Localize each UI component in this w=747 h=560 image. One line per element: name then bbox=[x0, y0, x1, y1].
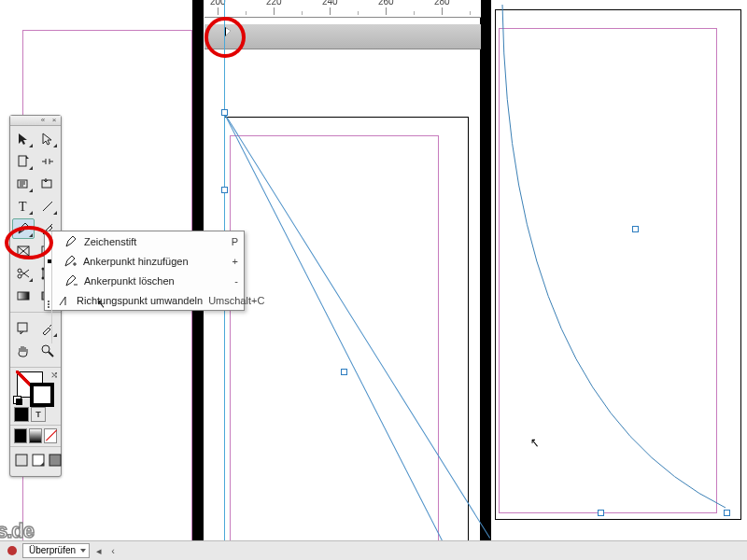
flyout-label: Ankerpunkt hinzufügen bbox=[83, 256, 227, 267]
anchor-point[interactable] bbox=[221, 187, 228, 193]
flyout-shortcut: - bbox=[234, 275, 238, 287]
svg-point-5 bbox=[20, 231, 21, 232]
apply-color-button[interactable] bbox=[14, 428, 27, 443]
gradient-swatch-tool[interactable] bbox=[12, 286, 35, 306]
apply-none-button[interactable] bbox=[44, 428, 57, 443]
horizontal-ruler[interactable]: 200 220 240 260 280 bbox=[204, 0, 481, 18]
flyout-tearoff-handle[interactable] bbox=[45, 231, 52, 343]
content-placer-tool[interactable] bbox=[36, 174, 59, 194]
svg-rect-22 bbox=[16, 455, 27, 466]
ruler-tick-label: 280 bbox=[434, 0, 450, 7]
selection-tool[interactable] bbox=[12, 129, 35, 149]
svg-point-25 bbox=[7, 546, 17, 555]
panel-collapse-button[interactable]: « bbox=[38, 117, 48, 124]
normal-view-button[interactable] bbox=[14, 453, 29, 468]
pen-tool[interactable] bbox=[12, 218, 35, 239]
formatting-text-button[interactable]: T bbox=[31, 407, 46, 422]
scissors-tool[interactable] bbox=[12, 263, 35, 284]
svg-line-21 bbox=[49, 352, 53, 357]
mouse-cursor-icon: ↖ bbox=[530, 435, 540, 450]
type-tool[interactable]: T bbox=[12, 196, 35, 217]
page-tool[interactable] bbox=[12, 151, 35, 172]
preflight-label: Überprüfen bbox=[29, 545, 76, 555]
flyout-shortcut: P bbox=[232, 236, 238, 247]
note-tool[interactable] bbox=[12, 318, 35, 339]
svg-point-20 bbox=[42, 345, 49, 353]
gap-tool[interactable] bbox=[36, 151, 59, 172]
mouse-cursor-icon: ↖ bbox=[97, 297, 106, 311]
direct-selection-tool[interactable] bbox=[36, 129, 59, 149]
curved-path[interactable] bbox=[490, 0, 747, 541]
svg-rect-19 bbox=[18, 323, 27, 331]
pen-icon bbox=[63, 234, 78, 249]
rectangle-frame-tool[interactable] bbox=[12, 241, 35, 261]
page-nav-arrows[interactable]: ◂ ‹ bbox=[93, 545, 119, 557]
flyout-label: Richtungspunkt umwandeln bbox=[77, 295, 203, 306]
line-tool[interactable] bbox=[36, 196, 59, 217]
svg-rect-24 bbox=[49, 455, 61, 466]
svg-rect-17 bbox=[18, 292, 29, 300]
pen-minus-icon bbox=[63, 273, 78, 288]
formatting-affects-row: T bbox=[10, 407, 61, 422]
page-margin-guide bbox=[230, 135, 439, 543]
flyout-item-convert-direction[interactable]: Richtungspunkt umwandeln Umschalt+C bbox=[45, 290, 244, 310]
first-page-button[interactable]: ◂ bbox=[93, 545, 105, 557]
anchor-point[interactable] bbox=[724, 510, 730, 516]
preview-view-button[interactable] bbox=[31, 453, 46, 468]
svg-point-11 bbox=[18, 269, 21, 273]
zoom-tool[interactable] bbox=[36, 341, 59, 361]
ruler-tick-label: 240 bbox=[322, 0, 338, 7]
flyout-item-delete-anchor[interactable]: Ankerpunkt löschen - bbox=[45, 271, 244, 290]
panel-header[interactable]: « × bbox=[10, 116, 61, 126]
formatting-container-button[interactable] bbox=[14, 407, 29, 422]
preflight-menu-dropdown[interactable]: Überprüfen bbox=[22, 543, 90, 558]
svg-rect-0 bbox=[19, 156, 26, 166]
flyout-label: Zeichenstift bbox=[84, 236, 226, 247]
pen-tool-flyout-menu: Zeichenstift P Ankerpunkt hinzufügen + A… bbox=[44, 231, 245, 311]
anchor-point[interactable] bbox=[221, 109, 228, 116]
status-bar: Überprüfen ◂ ‹ bbox=[0, 540, 747, 560]
panel-close-button[interactable]: × bbox=[49, 117, 59, 124]
content-collector-tool[interactable] bbox=[12, 174, 35, 194]
ruler-tick-label: 260 bbox=[378, 0, 394, 7]
flyout-label: Ankerpunkt löschen bbox=[84, 275, 229, 287]
apply-gradient-button[interactable] bbox=[29, 428, 42, 443]
flyout-item-pen[interactable]: Zeichenstift P bbox=[45, 231, 244, 251]
app-root: 200 220 240 260 280 « × bbox=[0, 0, 747, 560]
flyout-item-add-anchor[interactable]: Ankerpunkt hinzufügen + bbox=[45, 251, 244, 271]
direction-point[interactable] bbox=[341, 369, 347, 375]
swap-fill-stroke-icon[interactable]: ⤭ bbox=[50, 370, 58, 380]
svg-text:T: T bbox=[19, 200, 27, 214]
svg-point-10 bbox=[18, 274, 21, 278]
stroke-swatch[interactable] bbox=[30, 383, 54, 407]
preflight-icon[interactable] bbox=[6, 544, 19, 557]
ruler-shade bbox=[204, 24, 481, 49]
flyout-shortcut: + bbox=[233, 256, 238, 267]
flyout-shortcut: Umschalt+C bbox=[208, 295, 264, 306]
ruler-tick-label: 220 bbox=[266, 0, 282, 7]
prev-page-button[interactable]: ‹ bbox=[107, 545, 119, 556]
pen-plus-icon bbox=[63, 254, 78, 269]
default-fill-stroke-icon[interactable] bbox=[13, 396, 22, 405]
hand-tool[interactable] bbox=[12, 341, 35, 361]
convert-point-icon bbox=[58, 293, 71, 308]
selection-cursor-icon bbox=[225, 27, 231, 36]
presentation-view-button[interactable] bbox=[48, 453, 63, 468]
fill-stroke-swatches[interactable]: ⤭ bbox=[15, 371, 56, 403]
anchor-point[interactable] bbox=[632, 226, 639, 232]
svg-line-4 bbox=[43, 202, 52, 211]
anchor-point[interactable] bbox=[598, 510, 604, 516]
